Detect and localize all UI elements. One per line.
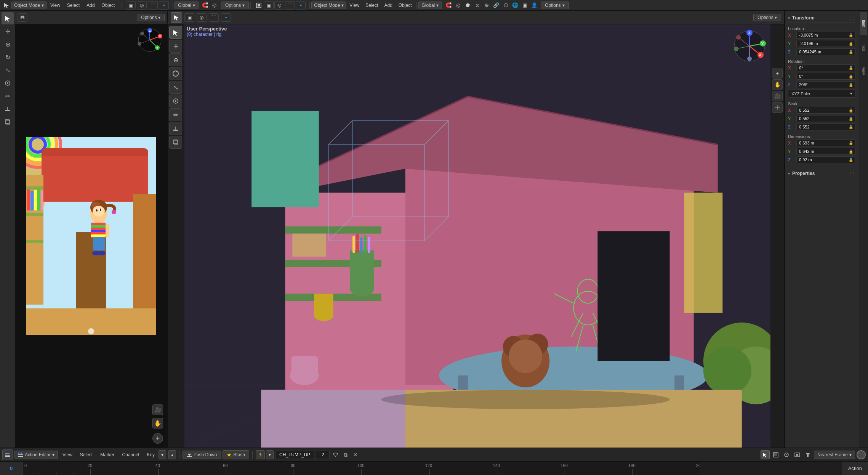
center-gizmo[interactable]: Z Y X [732, 29, 767, 63]
key-dropdown-btn[interactable]: ▾ [159, 450, 166, 459]
left-view-menu[interactable]: View [47, 2, 63, 9]
annotate-tool-btn[interactable]: ✏ [2, 90, 14, 102]
center-circle-select[interactable]: ◎ [197, 13, 207, 22]
ae-end-btn[interactable] [857, 450, 866, 459]
center-cursor-btn[interactable]: ✛ [169, 40, 182, 53]
ae-filter-icon[interactable] [803, 450, 812, 459]
rotation-z-field[interactable]: 206° 🔒 [796, 81, 856, 88]
right-view-menu[interactable]: View [346, 2, 362, 9]
left-mode-dropdown[interactable]: Object Mode ▾ [11, 2, 46, 9]
select-box-icon[interactable]: ▣ [126, 1, 136, 10]
dim-y-lock[interactable]: 🔒 [849, 149, 853, 154]
right-options-btn[interactable]: Options ▾ [541, 2, 569, 9]
right-lasso[interactable]: ⌒ [285, 1, 295, 10]
center-camera-btn[interactable]: 🎥 [772, 91, 783, 101]
right-icon2[interactable]: ⧖ [473, 1, 481, 10]
ae-frame-icon3[interactable] [793, 450, 802, 459]
location-x-lock[interactable]: 🔒 [849, 33, 853, 37]
center-move-btn[interactable]: ⊕ [169, 53, 182, 66]
center-scale-btn[interactable]: ⤡ [169, 81, 182, 94]
action-protect-icon[interactable]: 🛡 [331, 450, 340, 459]
location-x-field[interactable]: -3.0075 m 🔒 [796, 32, 856, 39]
action-copy-icon[interactable]: ⧉ [341, 450, 350, 459]
ae-channel-menu[interactable]: Channel [119, 451, 143, 459]
left-object-menu[interactable]: Object [99, 2, 118, 9]
center-options-btn[interactable]: Options ▾ [753, 14, 781, 21]
dim-z-lock[interactable]: 🔒 [849, 158, 853, 162]
left-select-menu[interactable]: Select [64, 2, 83, 9]
right-select-menu[interactable]: Select [362, 2, 381, 9]
center-3d-scene[interactable] [184, 24, 770, 448]
right-select-box[interactable]: ▣ [264, 1, 274, 10]
circle-select-icon[interactable]: ◎ [137, 1, 147, 10]
ae-marker-menu[interactable]: Marker [97, 451, 117, 459]
center-viewport[interactable]: ▣ ◎ ⌒ 🔹 Options ▾ User Perspective (0) c… [168, 11, 784, 448]
action-unlink-icon[interactable]: ✕ [351, 450, 360, 459]
snap-icon[interactable]: 🧲 [201, 1, 209, 10]
center-box-select[interactable]: ▣ [184, 13, 194, 22]
scale-z-field[interactable]: 0.552 🔒 [796, 124, 856, 130]
scale-x-field[interactable]: 0.552 🔒 [796, 107, 856, 114]
right-add-menu[interactable]: Add [381, 2, 396, 9]
properties-options-icon[interactable]: ⋮⋮ [848, 172, 856, 176]
rotation-z-lock[interactable]: 🔒 [849, 83, 853, 87]
left-view-type-icon[interactable] [18, 13, 27, 22]
location-y-lock[interactable]: 🔒 [849, 42, 853, 46]
properties-section-header[interactable]: ▾ Properties ⋮⋮ [788, 169, 856, 178]
key-up-btn[interactable]: ▴ [168, 450, 176, 459]
right-icon8[interactable]: 👤 [530, 1, 538, 10]
right-tweak[interactable]: 🔹 [296, 1, 306, 10]
center-rotate-btn[interactable] [169, 67, 182, 80]
xyz-euler-dropdown[interactable]: XYZ Euler ▾ [788, 90, 856, 98]
rotation-y-field[interactable]: 0° 🔒 [796, 73, 856, 80]
rotation-y-lock[interactable]: 🔒 [849, 74, 853, 79]
frame-number-field[interactable]: 2 [316, 451, 330, 459]
right-prop-icon[interactable]: ◎ [454, 1, 462, 10]
proportional-icon[interactable]: ◎ [210, 1, 219, 10]
right-icon3[interactable]: ⊕ [482, 1, 491, 10]
left-camera-view[interactable] [15, 24, 167, 448]
right-mode-dropdown[interactable]: Object Mode ▾ [311, 2, 346, 9]
left-panel-options[interactable]: Options ▾ [137, 14, 165, 21]
dim-x-lock[interactable]: 🔒 [849, 141, 853, 145]
right-object-menu[interactable]: Object [396, 2, 415, 9]
dim-y-field[interactable]: 0.642 m 🔒 [796, 148, 856, 155]
tab-item[interactable]: Item [860, 12, 867, 35]
measure-tool-btn[interactable] [2, 103, 14, 115]
tab-tool[interactable]: Tool [860, 36, 867, 59]
add-cube-tool-btn[interactable] [2, 116, 14, 128]
ae-arrow-icon[interactable] [761, 450, 770, 459]
select-tool-btn[interactable] [2, 12, 14, 24]
cursor-icon[interactable] [2, 1, 11, 10]
ae-select-menu[interactable]: Select [77, 451, 96, 459]
frame-ruler[interactable]: 0 20 40 60 80 100 120 [23, 462, 700, 475]
location-y-field[interactable]: -2.0196 m 🔒 [796, 40, 856, 47]
center-annotate-btn[interactable]: ✏ [169, 108, 182, 121]
dim-x-field[interactable]: 0.693 m 🔒 [796, 140, 856, 146]
action-name-field[interactable]: CH_TUMP_UP [275, 451, 314, 459]
timeline-area[interactable]: 0 0 20 40 60 [0, 462, 868, 475]
scale-y-field[interactable]: 0.552 🔒 [796, 115, 856, 122]
right-icon6[interactable]: 🌐 [511, 1, 519, 10]
left-hand-tool[interactable]: ✋ [152, 418, 163, 428]
center-transform-btn[interactable] [169, 95, 182, 108]
center-lasso[interactable]: ⌒ [209, 13, 219, 22]
stash-btn[interactable]: ★ Stash [223, 450, 249, 459]
left-camera-tool[interactable]: 🎥 [152, 404, 163, 415]
center-select-btn[interactable] [171, 12, 182, 23]
ae-frame-icon1[interactable] [771, 450, 780, 459]
scale-y-lock[interactable]: 🔒 [849, 117, 853, 121]
ae-view-menu[interactable]: View [59, 451, 75, 459]
center-add-btn[interactable] [169, 136, 182, 149]
left-add-menu[interactable]: Add [83, 2, 98, 9]
right-global-btn[interactable]: Global ▾ [418, 2, 442, 9]
action-dropdown-arrow[interactable]: ▾ [266, 450, 274, 459]
left-zoom-plus[interactable]: + [152, 433, 163, 444]
right-icon7[interactable]: ▣ [520, 1, 529, 10]
ae-key-menu[interactable]: Key [144, 451, 158, 459]
right-circle-select[interactable]: ◎ [274, 1, 284, 10]
tab-view[interactable]: View [860, 59, 867, 82]
nearest-frame-dropdown[interactable]: Nearest Frame ▾ [814, 451, 855, 459]
editor-type-icon[interactable] [2, 449, 13, 460]
cursor-tool-btn[interactable]: ✛ [2, 25, 14, 37]
